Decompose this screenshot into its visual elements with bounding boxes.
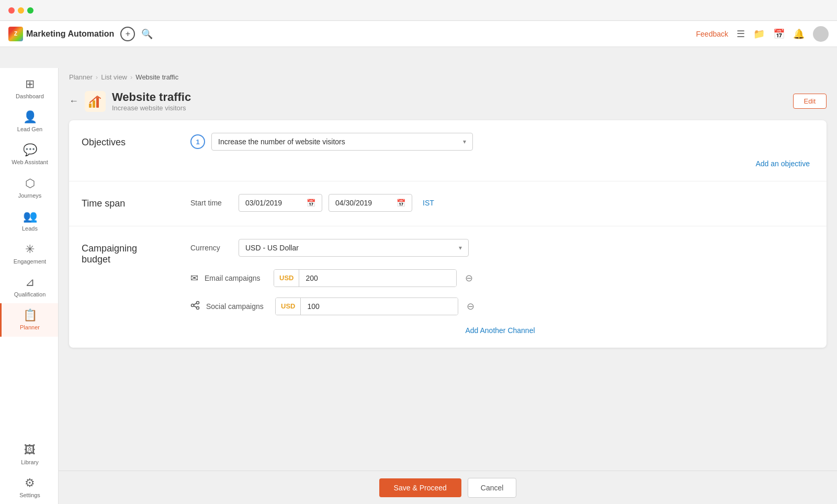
notification-icon[interactable]: 🔔 [793, 28, 805, 40]
breadcrumb-sep-2: › [130, 73, 132, 81]
cancel-button[interactable]: Cancel [468, 478, 517, 498]
lead-gen-icon: 👤 [23, 110, 37, 124]
budget-label-text2: budget [82, 254, 110, 265]
breadcrumb-list-view[interactable]: List view [101, 73, 127, 81]
svg-point-4 [191, 304, 194, 307]
currency-row: Currency USD - US Dollar ▾ [190, 239, 810, 257]
sidebar-label-web-assistant: Web Assistant [12, 159, 48, 166]
add-another-channel-link[interactable]: Add Another Channel [465, 326, 535, 335]
page-header: ← Website traffic Increase website visit… [59, 86, 837, 120]
sidebar-label-lead-gen: Lead Gen [17, 126, 42, 133]
calendar-icon[interactable]: 📅 [773, 28, 785, 40]
add-tab-button[interactable]: + [120, 27, 135, 41]
search-icon[interactable]: 🔍 [141, 28, 153, 40]
svg-line-7 [194, 306, 196, 307]
planner-icon: 📋 [23, 308, 37, 322]
leads-icon: 👥 [23, 210, 37, 223]
channel-row-email: ✉ Email campaigns USD ⊖ [190, 269, 810, 287]
sidebar-item-library[interactable]: 🖼 Library [0, 438, 58, 471]
svg-point-3 [197, 302, 199, 304]
sidebar-bottom: 🖼 Library ⚙ Settings [0, 438, 58, 504]
folder-icon[interactable]: 📁 [753, 28, 765, 40]
sidebar-label-journeys: Journeys [18, 192, 42, 199]
objectives-label: Objectives [69, 120, 174, 181]
currency-dropdown[interactable]: USD - US Dollar ▾ [239, 239, 469, 257]
budget-section: Campaigning budget Currency USD - US Dol… [69, 226, 827, 348]
breadcrumb-planner[interactable]: Planner [69, 73, 93, 81]
sidebar-item-web-assistant[interactable]: 💬 Web Assistant [0, 138, 58, 171]
page-title: Website traffic [112, 90, 191, 104]
edit-button[interactable]: Edit [793, 94, 827, 109]
remove-email-channel-button[interactable]: ⊖ [465, 272, 473, 284]
currency-label: Currency [190, 244, 232, 252]
start-date-input[interactable]: 03/01/2019 📅 [239, 194, 322, 212]
currency-value: USD - US Dollar [245, 244, 299, 252]
objectives-content: 1 Increase the number of website visitor… [174, 120, 827, 181]
sidebar-item-journeys[interactable]: ⬡ Journeys [0, 171, 58, 204]
add-channel-row: Add Another Channel [190, 326, 810, 335]
timespan-content: Start time 03/01/2019 📅 04/30/2019 📅 IST [174, 181, 827, 226]
remove-social-channel-button[interactable]: ⊖ [467, 301, 474, 312]
end-cal-icon: 📅 [397, 199, 405, 207]
app-name: Marketing Automation [26, 29, 114, 39]
objective-number: 1 [190, 134, 205, 149]
email-currency-badge: USD [274, 270, 299, 287]
sidebar-label-leads: Leads [22, 225, 38, 232]
budget-label-text: Campaigning [82, 243, 137, 254]
maximize-button[interactable] [27, 7, 33, 14]
footer-actions: Save & Proceed Cancel [59, 471, 837, 504]
sidebar-item-planner[interactable]: 📋 Planner [0, 303, 58, 336]
end-date-input[interactable]: 04/30/2019 📅 [329, 194, 412, 212]
svg-line-6 [194, 303, 196, 305]
sidebar-label-dashboard: Dashboard [16, 93, 44, 100]
social-budget-input[interactable] [301, 298, 458, 315]
main-content: Planner › List view › Website traffic ← [59, 68, 837, 504]
sidebar-item-leads[interactable]: 👥 Leads [0, 204, 58, 237]
objective-dropdown[interactable]: Increase the number of website visitors … [211, 133, 473, 151]
page-title-group: Website traffic Increase website visitor… [112, 90, 191, 112]
add-objective-link[interactable]: Add an objective [755, 159, 810, 168]
sidebar-item-engagement[interactable]: ✳ Engagement [0, 237, 58, 270]
sidebar-item-settings[interactable]: ⚙ Settings [0, 471, 58, 504]
journeys-icon: ⬡ [25, 177, 35, 190]
sidebar-item-dashboard[interactable]: ⊞ Dashboard [0, 72, 58, 105]
top-nav-left: Z Marketing Automation + 🔍 [8, 27, 153, 41]
back-button[interactable]: ← [69, 96, 78, 107]
breadcrumb-current: Website traffic [135, 73, 178, 81]
avatar[interactable] [813, 26, 829, 42]
timezone-label[interactable]: IST [423, 199, 434, 207]
email-channel-name: Email campaigns [205, 274, 267, 282]
objectives-section: Objectives 1 Increase the number of webs… [69, 120, 827, 181]
sidebar-label-qualification: Qualification [14, 291, 46, 298]
sidebar-label-engagement: Engagement [14, 258, 46, 265]
sidebar-item-qualification[interactable]: ⊿ Qualification [0, 270, 58, 303]
save-proceed-button[interactable]: Save & Proceed [379, 478, 461, 497]
sidebar-item-lead-gen[interactable]: 👤 Lead Gen [0, 105, 58, 138]
feedback-link[interactable]: Feedback [696, 30, 728, 38]
svg-point-5 [197, 307, 199, 310]
objectives-row: 1 Increase the number of website visitor… [190, 133, 810, 151]
add-objective-row: Add an objective [190, 159, 810, 168]
email-channel-input-wrap: USD [274, 269, 457, 287]
svg-rect-0 [89, 104, 92, 108]
email-channel-icon: ✉ [190, 272, 198, 284]
chart-icon [88, 94, 103, 109]
sidebar: ⊞ Dashboard 👤 Lead Gen 💬 Web Assistant ⬡… [0, 68, 59, 504]
settings-icon: ⚙ [25, 476, 35, 490]
social-channel-name: Social campaigns [206, 302, 269, 311]
start-date-value: 03/01/2019 [245, 199, 302, 207]
top-nav: Z Marketing Automation + 🔍 Feedback ☰ 📁 … [0, 21, 837, 47]
minimize-button[interactable] [18, 7, 24, 14]
close-button[interactable] [8, 7, 15, 14]
timespan-row: Start time 03/01/2019 📅 04/30/2019 📅 IST [190, 194, 810, 212]
svg-rect-1 [93, 100, 95, 108]
email-budget-input[interactable] [299, 270, 456, 287]
start-cal-icon: 📅 [307, 199, 315, 207]
social-channel-input-wrap: USD [275, 297, 458, 315]
list-view-icon[interactable]: ☰ [737, 28, 745, 40]
app-container: ⊞ Dashboard 👤 Lead Gen 💬 Web Assistant ⬡… [0, 21, 837, 504]
title-bar [0, 0, 837, 21]
top-nav-right: Feedback ☰ 📁 📅 🔔 [696, 26, 829, 42]
social-currency-badge: USD [276, 298, 301, 315]
start-time-label: Start time [190, 199, 232, 207]
